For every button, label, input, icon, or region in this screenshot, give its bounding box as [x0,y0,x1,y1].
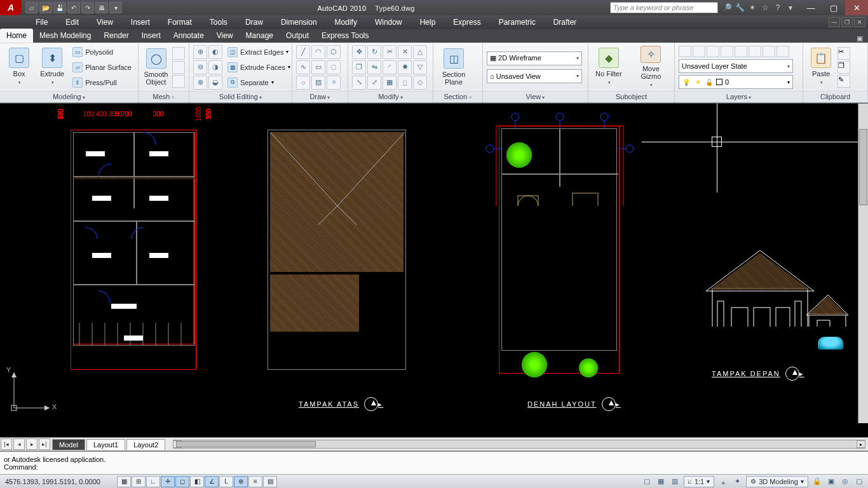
lwt-toggle[interactable]: ≡ [248,476,262,487]
window-close-button[interactable]: ✕ [845,0,868,15]
se-b-button[interactable]: ◑ [208,60,222,74]
infocenter-help-icon[interactable]: ? [773,3,783,13]
union-button[interactable]: ⊕ [193,45,207,59]
line-button[interactable]: ╱ [296,45,310,59]
move-gizmo-button[interactable]: ✧Move Gizmo [632,45,670,90]
dyn-toggle[interactable]: ⊕ [234,476,248,487]
section-panel-title[interactable]: Section [444,93,471,100]
polar-toggle[interactable]: ✛ [161,476,175,487]
qat-print-icon[interactable]: 🖶 [95,2,108,13]
menu-format[interactable]: Format [160,16,200,29]
polyline-button[interactable]: ∿ [296,60,310,74]
ribbon-tab-express[interactable]: Express Tools [315,29,375,43]
menu-draw[interactable]: Draw [238,16,271,29]
otrack-toggle[interactable]: ∠ [205,476,219,487]
layer-tool-5-button[interactable] [735,46,747,57]
menu-drafter[interactable]: Drafter [546,16,585,29]
se-c-button[interactable]: ◒ [208,76,222,90]
move-button[interactable]: ✥ [352,45,366,59]
grid-toggle[interactable]: ⊞ [132,476,146,487]
qat-new-icon[interactable]: ▱ [25,2,38,13]
ribbon-tab-insert[interactable]: Insert [135,29,167,43]
menu-modify[interactable]: Modify [327,16,365,29]
cut-button[interactable]: ✂ [837,47,850,60]
osnap3d-toggle[interactable]: ◧ [190,476,204,487]
ribbon-tab-output[interactable]: Output [280,29,315,43]
array-button[interactable]: ▦ [383,76,397,90]
horizontal-scrollbar[interactable]: ◂▸ [173,440,865,449]
menu-help[interactable]: Help [412,16,444,29]
clean-screen-button[interactable]: ▢ [854,477,864,487]
copy-clip-button[interactable]: ❐ [837,61,850,74]
ortho-toggle[interactable]: ∟ [146,476,160,487]
mesh-more-2-button[interactable] [172,61,185,74]
ribbon-tab-render[interactable]: Render [97,29,135,43]
hatch-button[interactable]: ▨ [311,76,325,90]
ribbon-tab-mesh[interactable]: Mesh Modeling [33,29,97,43]
infocenter-search-input[interactable]: Type a keyword or phrase [610,2,718,13]
quickview-layouts-button[interactable]: ▦ [656,477,666,487]
menu-window[interactable]: Window [367,16,410,29]
menu-insert[interactable]: Insert [123,16,158,29]
menu-parametric[interactable]: Parametric [491,16,543,29]
tab-nav-next-button[interactable]: ▸ [26,438,37,450]
no-filter-button[interactable]: ◆No Filter [592,45,625,90]
circle-button[interactable]: ○ [296,76,310,90]
modify-panel-title[interactable]: Modify [378,93,403,100]
section-plane-button[interactable]: ◫Section Plane [437,45,470,90]
layer-tool-3-button[interactable] [707,46,719,57]
arc-button[interactable]: ◠ [311,45,325,59]
layout2-tab[interactable]: Layout2 [126,439,165,450]
vertical-scrollbar[interactable] [858,104,868,423]
mesh-more-1-button[interactable] [172,47,185,60]
mdi-minimize-button[interactable]: — [829,17,840,27]
qp-toggle[interactable]: ▤ [263,476,277,487]
qat-open-icon[interactable]: 📂 [39,2,52,13]
menu-edit[interactable]: Edit [58,16,86,29]
modeling-panel-title[interactable]: Modeling [53,93,85,100]
qat-save-icon[interactable]: 💾 [53,2,66,13]
layer-state-dropdown[interactable]: Unsaved Layer State [679,59,793,73]
hardware-accel-button[interactable]: ▣ [826,477,836,487]
layout1-tab[interactable]: Layout1 [86,439,125,450]
ribbon-tab-home[interactable]: Home [0,29,33,43]
copy-button[interactable]: ❐ [352,60,366,74]
extract-edges-button[interactable]: ◫Extract Edges▾ [225,45,293,59]
mesh-more-3-button[interactable] [172,75,185,88]
command-line[interactable]: or Autodesk licensed application. Comman… [0,451,868,474]
presspull-button[interactable]: ⇕Press/Pull [70,76,134,90]
quickview-drawings-button[interactable]: ▥ [670,477,680,487]
current-layer-dropdown[interactable]: 💡 ☀ 🔓 0 ▾ [679,75,793,89]
intersect-button[interactable]: ⊗ [193,76,207,90]
visual-style-dropdown[interactable]: ▦ 2D Wireframe [487,51,582,65]
layer-tool-8-button[interactable] [776,46,789,57]
window-maximize-button[interactable]: ▢ [822,0,845,15]
trim-button[interactable]: ✂ [383,45,397,59]
rotate-button[interactable]: ↻ [367,45,381,59]
menu-file[interactable]: File [28,16,55,29]
infocenter-dd-icon[interactable]: ▾ [785,3,796,13]
mesh-panel-title[interactable]: Mesh [153,93,174,100]
menu-tools[interactable]: Tools [202,16,235,29]
infocenter-binoculars-icon[interactable]: 🔎 [722,3,732,13]
menu-view[interactable]: View [89,16,121,29]
separate-button[interactable]: ⧉Separate▾ [225,76,293,90]
extrude-faces-button[interactable]: ▦Extrude Faces▾ [225,60,293,74]
view-panel-title[interactable]: View [526,93,545,100]
layers-panel-title[interactable]: Layers [726,93,751,100]
scale-button[interactable]: ⤢ [367,76,381,90]
infocenter-comm-icon[interactable]: ✶ [747,3,757,13]
ducs-toggle[interactable]: L [219,476,233,487]
solid-editing-panel-title[interactable]: Solid Editing [219,93,262,100]
drawing-area[interactable]: 700 400 300 50 350 100 400 100 750 300 3… [0,103,868,437]
layer-tool-7-button[interactable] [763,46,775,57]
draw-panel-title[interactable]: Draw [310,93,330,100]
ribbon-tab-annotate[interactable]: Annotate [167,29,210,43]
app-menu-button[interactable]: A [0,0,22,15]
draw-9-button[interactable]: ✧ [327,76,341,90]
explode-button[interactable]: ✸ [398,60,412,74]
fillet-button[interactable]: ◜ [383,60,397,74]
coordinate-readout[interactable]: 4576.1393, 1991.5191, 0.0000 [0,478,114,485]
layer-tool-6-button[interactable] [749,46,761,57]
annotation-visibility-button[interactable]: ⟁ [718,477,728,487]
